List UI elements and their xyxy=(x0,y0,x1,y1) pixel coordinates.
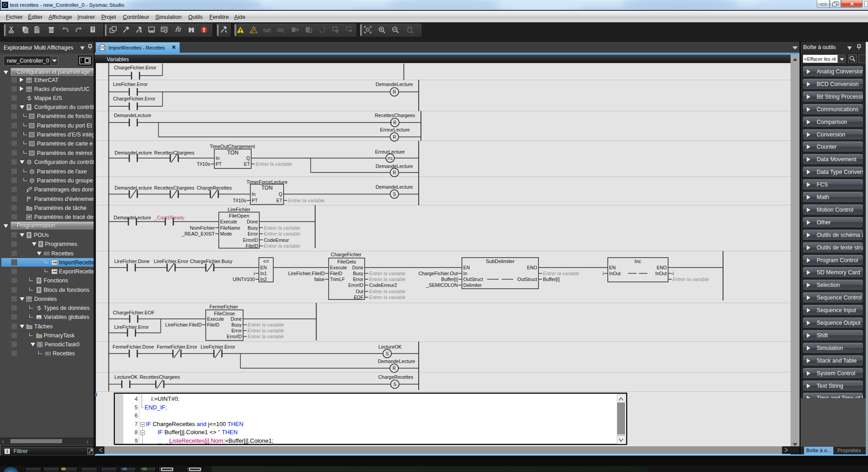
svg-text:Entrer la variable: Entrer la variable xyxy=(288,198,325,203)
svg-text:DemandeLecture: DemandeLecture xyxy=(378,359,415,364)
svg-text:_SEMICOLON: _SEMICOLON xyxy=(425,282,458,288)
svg-text:R: R xyxy=(393,90,396,95)
svg-text:TimeOutChargement: TimeOutChargement xyxy=(210,144,255,149)
svg-text:RecettesChargees: RecettesChargees xyxy=(154,185,194,191)
svg-text:FileID: FileID xyxy=(330,271,342,276)
svg-text:Execute: Execute xyxy=(220,219,237,224)
svg-text:Buffer[i]: Buffer[i] xyxy=(441,277,458,282)
svg-text:FileClose: FileClose xyxy=(214,311,235,316)
svg-text:Execute: Execute xyxy=(330,265,347,270)
svg-text:LireFichier.Error: LireFichier.Error xyxy=(113,82,148,87)
svg-text:ET: ET xyxy=(244,162,250,167)
svg-text:Entrer la variable: Entrer la variable xyxy=(264,225,300,231)
svg-text:Done: Done xyxy=(352,265,363,270)
svg-text:Buffer[i]: Buffer[i] xyxy=(543,277,560,282)
svg-text:ChargeFichier.EOF: ChargeFichier.EOF xyxy=(113,310,155,315)
svg-text:DemandeLecture: DemandeLecture xyxy=(375,82,413,87)
svg-text:false: false xyxy=(314,277,325,282)
svg-text:LireFichier.Error: LireFichier.Error xyxy=(114,324,149,330)
svg-text:LireFichier.Error: LireFichier.Error xyxy=(154,259,189,264)
svg-text:FileID: FileID xyxy=(207,322,219,327)
svg-text:UINT#100: UINT#100 xyxy=(233,277,255,282)
svg-text:TrimLF: TrimLF xyxy=(330,277,345,282)
svg-text:ChargeFichier.Error: ChargeFichier.Error xyxy=(113,96,156,101)
svg-text:7: 7 xyxy=(135,421,138,427)
svg-text:9: 9 xyxy=(135,438,138,444)
svg-text:R: R xyxy=(393,170,396,175)
svg-text:LireFichier: LireFichier xyxy=(228,207,251,212)
svg-text:DemandeLecture: DemandeLecture xyxy=(375,184,413,190)
svg-text:ChargeFichier.Error: ChargeFichier.Error xyxy=(114,65,157,70)
svg-text:LectureOK: LectureOK xyxy=(114,374,138,380)
svg-text:CodeErreur2: CodeErreur2 xyxy=(369,282,397,288)
svg-text:In: In xyxy=(463,271,467,276)
svg-text:PT: PT xyxy=(216,162,222,167)
svg-text:FileID: FileID xyxy=(246,244,258,249)
svg-text:ChargeFichier: ChargeFichier xyxy=(331,252,362,257)
svg-text:Error: Error xyxy=(231,328,242,333)
svg-text:DemandeLecture: DemandeLecture xyxy=(115,185,152,191)
svg-text:LireFichier.Done: LireFichier.Done xyxy=(114,259,150,264)
svg-text:Entrer la variable: Entrer la variable xyxy=(369,277,406,282)
svg-text:Entrer la variable: Entrer la variable xyxy=(248,328,284,333)
svg-text:Entrer la variable: Entrer la variable xyxy=(543,271,579,276)
svg-text:Entrer la variable: Entrer la variable xyxy=(369,295,406,300)
svg-text:ChargeFichier.Busy: ChargeFichier.Busy xyxy=(190,259,233,264)
svg-text:<=: <= xyxy=(263,259,269,264)
svg-text:i: i xyxy=(603,271,604,276)
svg-text:FermeFichier.Done: FermeFichier.Done xyxy=(113,344,154,349)
svg-text:InOut: InOut xyxy=(656,271,667,276)
svg-text:Entrer la variable: Entrer la variable xyxy=(248,322,284,327)
svg-text:Q: Q xyxy=(246,156,250,161)
svg-text:68: 68 xyxy=(177,26,180,28)
svg-text:EOF: EOF xyxy=(354,295,363,300)
svg-text:Execute: Execute xyxy=(207,317,224,322)
svg-text:In: In xyxy=(252,192,256,197)
svg-text:Done: Done xyxy=(247,219,258,224)
svg-text:Entrer la variable: Entrer la variable xyxy=(369,289,406,294)
svg-text:Error: Error xyxy=(353,277,364,282)
svg-text:i:=UINT#0;: i:=UINT#0; xyxy=(151,395,180,402)
svg-text:var: var xyxy=(37,316,41,319)
svg-text:LireFichier.FileID: LireFichier.FileID xyxy=(288,271,325,276)
svg-text:LectureOK: LectureOK xyxy=(378,344,402,349)
svg-text:R: R xyxy=(393,120,396,125)
svg-text:Busy: Busy xyxy=(248,226,258,231)
svg-text:S: S xyxy=(393,192,396,197)
svg-text:ChargeRecettes: ChargeRecettes xyxy=(378,374,414,380)
svg-text:TimerForceLecture: TimerForceLecture xyxy=(247,179,288,185)
svg-text:Entrer la variable: Entrer la variable xyxy=(673,277,709,282)
svg-text:RecettesChargees: RecettesChargees xyxy=(140,374,180,380)
svg-text:DemandeLecture: DemandeLecture xyxy=(114,215,151,220)
svg-text:i: i xyxy=(7,449,8,454)
svg-text:Entrer la variable: Entrer la variable xyxy=(248,334,284,339)
svg-text:OutStruct: OutStruct xyxy=(517,277,537,282)
svg-text:EN: EN xyxy=(260,265,267,270)
svg-text:ET: ET xyxy=(276,198,283,203)
svg-text:R: R xyxy=(393,366,396,371)
svg-text:EN: EN xyxy=(463,265,470,270)
svg-text:PS: PS xyxy=(388,156,393,161)
svg-text:?: ? xyxy=(91,27,94,32)
svg-text:In2: In2 xyxy=(260,277,267,282)
svg-text:In1: In1 xyxy=(260,271,267,276)
svg-text:FileGets: FileGets xyxy=(337,259,356,264)
svg-text:FermeFichier.Error: FermeFichier.Error xyxy=(157,344,197,349)
svg-text:S: S xyxy=(386,351,389,356)
svg-text:S: S xyxy=(393,382,397,387)
svg-text:5: 5 xyxy=(135,404,138,411)
svg-text:Mode: Mode xyxy=(220,231,232,236)
svg-text:T#10s: T#10s xyxy=(233,198,247,203)
svg-text:EN: EN xyxy=(609,265,615,270)
svg-text:Entrer la variable: Entrer la variable xyxy=(264,243,300,249)
svg-text:Q: Q xyxy=(279,192,282,197)
svg-text:ChargeFichier.Out: ChargeFichier.Out xyxy=(418,271,458,276)
svg-text:_Card1Ready: _Card1Ready xyxy=(154,215,185,220)
svg-text:SubDelimiter: SubDelimiter xyxy=(486,259,515,264)
svg-text:LireFichier.Error: LireFichier.Error xyxy=(201,344,235,349)
svg-text:R: R xyxy=(393,135,396,140)
svg-text:ENO: ENO xyxy=(527,265,537,270)
svg-text:i: i xyxy=(673,271,674,276)
svg-text:FileOpen: FileOpen xyxy=(229,213,249,218)
svg-text:Done: Done xyxy=(231,317,242,322)
